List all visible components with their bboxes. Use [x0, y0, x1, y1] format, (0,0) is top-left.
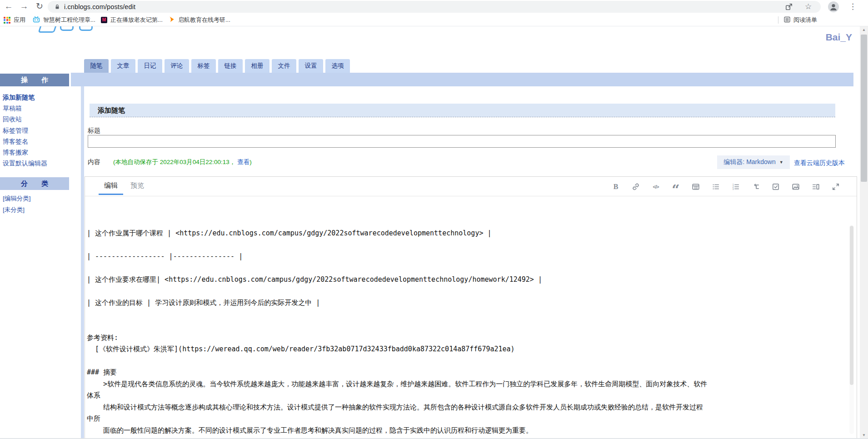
tab-xiangce[interactable]: 相册: [245, 59, 269, 73]
side-by-side-icon[interactable]: [811, 182, 820, 191]
tv-icon: [33, 16, 40, 25]
section-title: 添加随笔: [90, 104, 835, 117]
image-icon[interactable]: [791, 182, 800, 191]
editor-tab-preview[interactable]: 预览: [130, 181, 144, 190]
sidebar-item-uncategorized[interactable]: [未分类]: [3, 206, 25, 214]
editor-select-button[interactable]: 编辑器: Markdown ▼: [717, 155, 790, 169]
url-text[interactable]: i.cnblogs.com/posts/edit: [64, 3, 135, 10]
m-icon: M: [101, 17, 107, 23]
tab-lianjie[interactable]: 链接: [218, 59, 243, 73]
forward-icon[interactable]: →: [18, 0, 30, 13]
quote-icon[interactable]: “: [671, 182, 680, 191]
sidebar-item-drafts[interactable]: 草稿箱: [3, 105, 22, 113]
autosave-view-link[interactable]: 查看: [237, 159, 249, 165]
autosave-status: (本地自动保存于 2022年03月04日22:00:13， 查看): [113, 159, 252, 165]
tab-shezhi[interactable]: 设置: [299, 59, 323, 73]
title-input[interactable]: [88, 135, 836, 148]
address-bar[interactable]: i.cnblogs.com/posts/edit ☆: [48, 1, 821, 13]
tab-wenjian[interactable]: 文件: [272, 59, 296, 73]
editor-toolbar-icons: B </> “ 123: [611, 177, 840, 196]
reload-icon[interactable]: ↻: [34, 0, 45, 13]
sidebar-item-blog-move[interactable]: 博客搬家: [3, 149, 28, 157]
bookmark-star-icon[interactable]: ☆: [805, 2, 812, 11]
apps-grid-icon: [4, 17, 10, 24]
tab-pinglun[interactable]: 评论: [165, 59, 189, 73]
chevron-down-icon: ▼: [779, 160, 783, 165]
sidebar-item-recycle-bin[interactable]: 回收站: [3, 115, 22, 124]
divider: [778, 16, 778, 24]
editor-tab-edit[interactable]: 编辑: [104, 181, 118, 190]
bold-icon[interactable]: B: [611, 182, 620, 191]
tab-riji[interactable]: 日记: [138, 59, 162, 73]
scroll-up-icon[interactable]: ▲: [860, 26, 868, 34]
browser-menu-icon[interactable]: ⋮: [849, 1, 857, 13]
title-label: 标题: [88, 127, 100, 135]
scrollbar-thumb[interactable]: [861, 35, 867, 182]
back-icon[interactable]: ←: [3, 0, 15, 13]
username[interactable]: Bai_Y: [804, 32, 852, 43]
ordered-list-icon[interactable]: 123: [731, 182, 740, 191]
table-icon[interactable]: [691, 182, 700, 191]
reading-list-icon: [783, 16, 791, 25]
header-band: [71, 73, 853, 86]
sidebar-item-default-editor[interactable]: 设置默认编辑器: [3, 160, 47, 168]
page-scrollbar[interactable]: ▲ ▼: [860, 26, 868, 439]
bookmark-item[interactable]: M 正在播放老友记第...: [101, 14, 163, 26]
content-label: 内容: [88, 158, 100, 165]
bookmark-item[interactable]: 智慧树工程伦理章...: [33, 14, 95, 26]
tab-biaoqian[interactable]: 标签: [191, 59, 216, 73]
sidebar-ops-header: 操作: [0, 74, 69, 86]
sidebar-item-add-post[interactable]: 添加新随笔: [3, 94, 35, 102]
sidebar-cat-header: 分类: [0, 177, 69, 190]
markdown-editor: 编辑 预览 B </> “ 123: [85, 176, 857, 439]
lock-icon: [54, 3, 60, 12]
tab-suibi[interactable]: 随笔: [84, 59, 109, 73]
bookmark-item[interactable]: 启航教育在线考研...: [168, 14, 230, 26]
browser-toolbar: ← → ↻ i.cnblogs.com/posts/edit ☆ ⋮: [0, 0, 868, 14]
page-body: Bai_Y 随笔 文章 日记 评论 标签 链接 相册 文件 设置 选项 操作 添…: [0, 26, 868, 439]
unordered-list-icon[interactable]: [711, 182, 720, 191]
tab-wenzhang[interactable]: 文章: [111, 59, 135, 73]
sidebar-item-edit-category[interactable]: [编辑分类]: [3, 195, 31, 203]
tab-xuanxiang[interactable]: 选项: [325, 59, 350, 73]
sidebar-item-signature[interactable]: 博客签名: [3, 138, 28, 146]
editor-content[interactable]: | 这个作业属于哪个课程 | <https://edu.cnblogs.com/…: [85, 228, 849, 439]
content-left-border: [81, 86, 84, 439]
editor-scrollbar[interactable]: [849, 225, 854, 434]
link-icon[interactable]: [631, 182, 640, 191]
content-label-row: 内容(本地自动保存于 2022年03月04日22:00:13， 查看): [88, 158, 252, 166]
fullscreen-icon[interactable]: [831, 182, 840, 191]
outline-icon[interactable]: [751, 182, 760, 191]
play-icon: [168, 16, 175, 24]
bookmarks-bar: 应用 智慧树工程伦理章... M 正在播放老友记第... 启航教育在线考研...…: [0, 14, 868, 26]
share-icon[interactable]: [785, 3, 793, 13]
cloud-history-link[interactable]: 查看云端历史版本: [794, 159, 845, 167]
editor-toolbar: 编辑 预览 B </> “ 123: [85, 177, 857, 196]
avatar[interactable]: [828, 1, 839, 14]
bookmark-apps[interactable]: 应用: [4, 14, 25, 26]
reading-list-button[interactable]: 阅读清单: [783, 14, 817, 26]
svg-text:3: 3: [733, 187, 734, 190]
sidebar-item-tag-manage[interactable]: 标签管理: [3, 127, 28, 135]
task-list-icon[interactable]: [771, 182, 780, 191]
editor-scrollbar-thumb[interactable]: [850, 226, 853, 385]
code-icon[interactable]: </>: [651, 182, 660, 191]
